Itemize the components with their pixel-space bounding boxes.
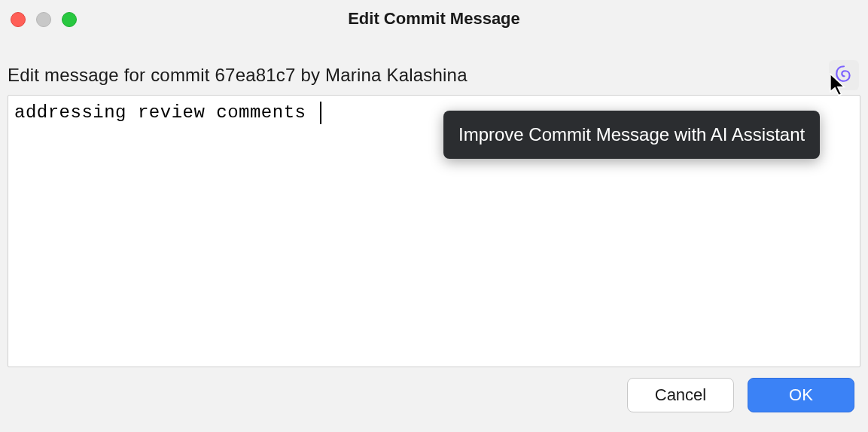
minimize-window-button[interactable] xyxy=(36,12,51,27)
titlebar: Edit Commit Message xyxy=(0,0,868,38)
dialog-buttons: Cancel OK xyxy=(0,367,868,412)
subtitle-row: Edit message for commit 67ea81c7 by Mari… xyxy=(0,38,868,95)
maximize-window-button[interactable] xyxy=(62,12,77,27)
cancel-button[interactable]: Cancel xyxy=(627,378,734,412)
close-window-button[interactable] xyxy=(11,12,26,27)
ai-swirl-icon xyxy=(834,64,854,87)
ai-assistant-button[interactable] xyxy=(829,60,859,90)
window-controls xyxy=(11,12,77,27)
ok-button[interactable]: OK xyxy=(748,378,854,412)
text-caret xyxy=(320,102,321,124)
ai-tooltip: Improve Commit Message with AI Assistant xyxy=(443,111,820,159)
window-title: Edit Commit Message xyxy=(348,9,520,29)
commit-info-label: Edit message for commit 67ea81c7 by Mari… xyxy=(8,65,468,86)
